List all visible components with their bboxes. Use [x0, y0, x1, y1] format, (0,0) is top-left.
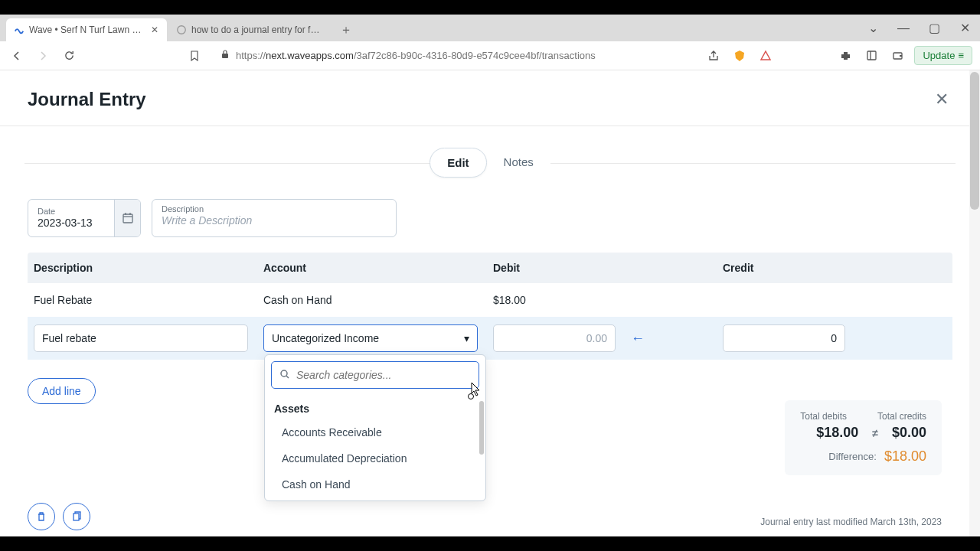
- address-bar: https://next.waveapps.com/3af72c86-b90c-…: [0, 41, 980, 70]
- url-text: https://next.waveapps.com/3af72c86-b90c-…: [236, 50, 596, 61]
- total-debits-value: $18.00: [816, 425, 858, 441]
- browser-tab-active[interactable]: Wave • Serf N Turf Lawn Care • T ✕: [6, 18, 167, 41]
- tab-title: Wave • Serf N Turf Lawn Care • T: [29, 24, 145, 35]
- chevron-down-icon[interactable]: ⌄: [862, 18, 884, 39]
- not-equal-icon: ≠: [872, 427, 878, 439]
- svg-rect-12: [74, 514, 79, 520]
- lock-icon: [220, 50, 230, 61]
- total-credits-label: Total credits: [877, 411, 926, 422]
- add-line-button[interactable]: Add line: [28, 378, 96, 404]
- dropdown-item[interactable]: Accounts Receivable: [265, 419, 485, 445]
- description-field[interactable]: Description Write a Description: [152, 199, 397, 237]
- close-panel-button[interactable]: ✕: [931, 89, 952, 110]
- back-button[interactable]: [8, 47, 26, 65]
- row-credit-input[interactable]: 0: [723, 324, 845, 352]
- total-debits-label: Total debits: [800, 411, 847, 422]
- select-value: Uncategorized Income: [272, 332, 379, 344]
- dropdown-item[interactable]: Cash on Hand: [265, 471, 485, 497]
- col-debit: Debit: [493, 262, 723, 274]
- arrow-left-icon[interactable]: ←: [631, 331, 645, 347]
- browser-tab-inactive[interactable]: how to do a journal entry for fuel reb: [168, 18, 329, 41]
- reload-button[interactable]: [60, 47, 78, 65]
- search-icon: [279, 369, 290, 382]
- dropdown-search[interactable]: [271, 361, 479, 389]
- dropdown-search-input[interactable]: [296, 369, 471, 381]
- wave-favicon: [14, 24, 24, 35]
- chevron-down-icon: ▾: [464, 332, 469, 344]
- delete-button[interactable]: [28, 503, 55, 530]
- svg-rect-1: [222, 54, 228, 58]
- google-favicon: [176, 24, 187, 35]
- new-tab-button[interactable]: ＋: [335, 19, 357, 41]
- menu-icon: ≡: [958, 50, 964, 61]
- dropdown-item[interactable]: Accumulated Depreciation: [265, 445, 485, 471]
- table-row[interactable]: Fuel Rebate Cash on Hand $18.00: [28, 283, 952, 317]
- page-title: Journal Entry: [28, 89, 146, 110]
- account-dropdown: Assets Accounts Receivable Accumulated D…: [264, 354, 486, 501]
- totals-panel: Total debits Total credits $18.00 ≠ $0.0…: [785, 400, 942, 475]
- bookmark-icon[interactable]: [185, 47, 204, 65]
- tab-title: how to do a journal entry for fuel reb: [191, 24, 322, 35]
- svg-point-0: [178, 26, 186, 34]
- tab-edit[interactable]: Edit: [430, 148, 486, 178]
- col-credit: Credit: [723, 262, 946, 274]
- update-label: Update: [923, 50, 955, 61]
- minimize-icon[interactable]: —: [893, 18, 914, 39]
- update-button[interactable]: Update ≡: [914, 46, 972, 65]
- description-placeholder: Write a Description: [162, 214, 252, 227]
- difference-label: Difference:: [828, 451, 877, 462]
- cell-description: Fuel Rebate: [34, 294, 263, 306]
- row-account-select[interactable]: Uncategorized Income ▾ Asse: [263, 324, 478, 352]
- brave-shield-icon[interactable]: [730, 47, 749, 65]
- calendar-icon[interactable]: [114, 200, 140, 236]
- svg-rect-2: [867, 51, 876, 60]
- description-label: Description: [162, 204, 387, 214]
- close-window-icon[interactable]: ✕: [954, 18, 975, 39]
- dropdown-group: Assets: [265, 395, 485, 419]
- date-field[interactable]: Date 2023-03-13: [28, 199, 141, 237]
- tab-bar: Wave • Serf N Turf Lawn Care • T ✕ how t…: [0, 15, 980, 41]
- url-bar[interactable]: https://next.waveapps.com/3af72c86-b90c-…: [211, 44, 697, 67]
- cell-debit: $18.00: [493, 294, 723, 306]
- svg-rect-6: [123, 214, 132, 223]
- extensions-icon[interactable]: [836, 47, 854, 65]
- tab-notes[interactable]: Notes: [487, 148, 550, 178]
- table-row-active: Fuel rebate Uncategorized Income ▾: [28, 317, 952, 360]
- svg-point-10: [281, 370, 287, 377]
- cell-account: Cash on Hand: [263, 294, 493, 306]
- wallet-icon[interactable]: [888, 47, 906, 65]
- col-account: Account: [263, 262, 493, 274]
- total-credits-value: $0.00: [892, 425, 926, 441]
- col-description: Description: [34, 262, 263, 274]
- share-icon[interactable]: [704, 47, 723, 65]
- last-modified-text: Journal entry last modified March 13th, …: [760, 517, 942, 527]
- dropdown-scrollbar[interactable]: [479, 401, 484, 455]
- forward-button[interactable]: [34, 47, 52, 65]
- svg-rect-5: [900, 55, 902, 57]
- sidebar-icon[interactable]: [862, 47, 880, 65]
- copy-button[interactable]: [63, 503, 90, 530]
- close-icon[interactable]: ✕: [150, 25, 159, 34]
- row-description-input[interactable]: Fuel rebate: [34, 324, 248, 352]
- date-label: Date: [38, 207, 105, 216]
- maximize-icon[interactable]: ▢: [923, 18, 945, 39]
- row-debit-input[interactable]: 0.00: [493, 324, 616, 352]
- difference-value: $18.00: [884, 448, 926, 465]
- date-value: 2023-03-13: [38, 217, 93, 229]
- warning-icon[interactable]: [756, 47, 775, 65]
- svg-line-11: [286, 376, 289, 378]
- table-header: Description Account Debit Credit: [28, 253, 952, 283]
